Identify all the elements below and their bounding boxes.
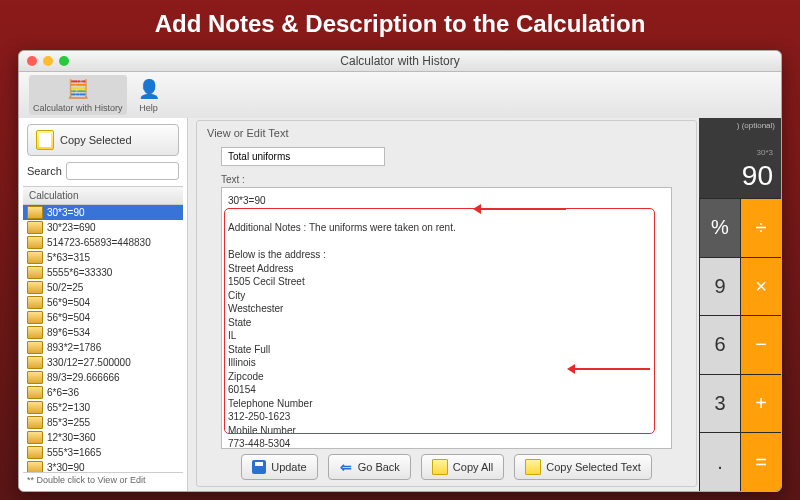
text-line: 1505 Cecil Street — [228, 275, 665, 289]
calc-key-=[interactable]: = — [740, 432, 781, 491]
text-line: State — [228, 316, 665, 330]
calc-key-9[interactable]: 9 — [699, 257, 740, 316]
list-item-label: 5555*6=33330 — [47, 267, 112, 278]
text-line: 312-250-1623 — [228, 410, 665, 424]
calc-key-6[interactable]: 6 — [699, 315, 740, 374]
copy-selected-text-button[interactable]: Copy Selected Text — [514, 454, 652, 480]
list-item-label: 5*63=315 — [47, 252, 90, 263]
folder-icon — [27, 236, 43, 249]
list-item-label: 85*3=255 — [47, 417, 90, 428]
list-item[interactable]: 3*30=90 — [23, 460, 183, 472]
text-line: 30*3=90 — [228, 194, 665, 208]
list-item[interactable]: 5*63=315 — [23, 250, 183, 265]
calc-expression: 30*3 — [699, 148, 781, 158]
list-item[interactable]: 330/12=27.500000 — [23, 355, 183, 370]
folder-icon — [27, 281, 43, 294]
clipboard-icon — [36, 130, 54, 150]
text-line: Mobile Number — [228, 424, 665, 438]
list-item[interactable]: 89/3=29.666666 — [23, 370, 183, 385]
list-item-label: 6*6=36 — [47, 387, 79, 398]
list-item-label: 56*9=504 — [47, 297, 90, 308]
notes-textarea[interactable]: 30*3=90 Additional Notes : The uniforms … — [221, 187, 672, 449]
text-line: Zipcode — [228, 370, 665, 384]
list-item-label: 89/3=29.666666 — [47, 372, 120, 383]
update-button[interactable]: Update — [241, 454, 317, 480]
calc-key-.[interactable]: . — [699, 432, 740, 491]
folder-icon — [27, 251, 43, 264]
text-line: Telephone Number — [228, 397, 665, 411]
list-item-label: 514723-65893=448830 — [47, 237, 151, 248]
folder-icon — [27, 431, 43, 444]
folder-icon — [27, 461, 43, 472]
text-line — [228, 235, 665, 249]
title-input[interactable] — [221, 147, 385, 166]
list-item-label: 30*3=90 — [47, 207, 85, 218]
list-item[interactable]: 56*9=504 — [23, 310, 183, 325]
text-line: Illinois — [228, 356, 665, 370]
folder-icon — [27, 341, 43, 354]
calc-key-3[interactable]: 3 — [699, 374, 740, 433]
list-item[interactable]: 5555*6=33330 — [23, 265, 183, 280]
calc-key-×[interactable]: × — [740, 257, 781, 316]
list-item-label: 56*9=504 — [47, 312, 90, 323]
search-input[interactable] — [66, 162, 179, 180]
list-item-label: 30*23=690 — [47, 222, 96, 233]
list-item[interactable]: 89*6=534 — [23, 325, 183, 340]
history-list[interactable]: 30*3=9030*23=690514723-65893=4488305*63=… — [23, 205, 183, 472]
folder-icon — [27, 401, 43, 414]
list-item[interactable]: 65*2=130 — [23, 400, 183, 415]
panel-heading: View or Edit Text — [207, 127, 686, 139]
clipboard-icon — [525, 459, 541, 475]
text-line: Below is the address : — [228, 248, 665, 262]
list-item-label: 65*2=130 — [47, 402, 90, 413]
list-item[interactable]: 6*6=36 — [23, 385, 183, 400]
calculator-pad: ) (optional) 30*3 90 %÷9×6−3+.= — [699, 118, 781, 491]
list-item[interactable]: 50/2=25 — [23, 280, 183, 295]
help-icon: 👤 — [137, 77, 161, 101]
folder-icon — [27, 221, 43, 234]
copy-selected-label: Copy Selected — [60, 134, 132, 146]
list-item-label: 50/2=25 — [47, 282, 83, 293]
text-line: City — [228, 289, 665, 303]
edit-panel: View or Edit Text Text : 30*3=90 Additio… — [196, 120, 697, 487]
list-item[interactable]: 30*23=690 — [23, 220, 183, 235]
list-item-label: 893*2=1786 — [47, 342, 101, 353]
copy-all-button[interactable]: Copy All — [421, 454, 504, 480]
go-back-button[interactable]: ⇐Go Back — [328, 454, 411, 480]
text-line: Street Address — [228, 262, 665, 276]
list-item[interactable]: 514723-65893=448830 — [23, 235, 183, 250]
list-item-label: 555*3=1665 — [47, 447, 101, 458]
toolbar-calculator-button[interactable]: 🧮 Calculator with History — [29, 75, 127, 115]
toolbar-calc-label: Calculator with History — [33, 103, 123, 113]
list-item[interactable]: 555*3=1665 — [23, 445, 183, 460]
folder-icon — [27, 386, 43, 399]
list-item[interactable]: 30*3=90 — [23, 205, 183, 220]
sidebar: Copy Selected Search Calculation 30*3=90… — [19, 118, 188, 491]
hero-title: Add Notes & Description to the Calculati… — [0, 0, 800, 50]
list-header: Calculation — [23, 186, 183, 205]
app-window: Calculator with History 🧮 Calculator wit… — [18, 50, 782, 492]
toolbar-help-button[interactable]: 👤 Help — [133, 75, 165, 115]
list-item[interactable]: 85*3=255 — [23, 415, 183, 430]
text-line: State Full — [228, 343, 665, 357]
copy-sel-label: Copy Selected Text — [546, 461, 641, 473]
list-item[interactable]: 893*2=1786 — [23, 340, 183, 355]
text-line: Additional Notes : The uniforms were tak… — [228, 221, 665, 235]
text-line: 60154 — [228, 383, 665, 397]
list-item[interactable]: 56*9=504 — [23, 295, 183, 310]
copy-selected-button[interactable]: Copy Selected — [27, 124, 179, 156]
back-label: Go Back — [358, 461, 400, 473]
calc-key-÷[interactable]: ÷ — [740, 198, 781, 257]
calc-display: 90 — [699, 158, 781, 198]
copy-all-label: Copy All — [453, 461, 493, 473]
calc-key-+[interactable]: + — [740, 374, 781, 433]
folder-icon — [27, 371, 43, 384]
list-item[interactable]: 12*30=360 — [23, 430, 183, 445]
text-line: IL — [228, 329, 665, 343]
text-label: Text : — [221, 174, 672, 185]
titlebar: Calculator with History — [19, 51, 781, 72]
calc-key-%[interactable]: % — [699, 198, 740, 257]
calc-key-−[interactable]: − — [740, 315, 781, 374]
sidebar-footer: ** Double click to View or Edit — [23, 472, 183, 487]
folder-icon — [27, 446, 43, 459]
